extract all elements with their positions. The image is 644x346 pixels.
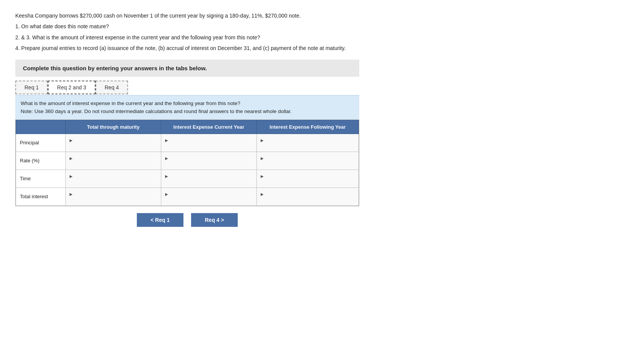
input-total-interest-current[interactable] bbox=[161, 188, 256, 205]
col-header-current-year: Interest Expense Current Year bbox=[161, 120, 256, 134]
question-1: 1. On what date does this note mature? bbox=[15, 22, 359, 31]
row-rate: Rate (%) bbox=[16, 152, 359, 170]
label-rate: Rate (%) bbox=[16, 152, 66, 170]
gray-instruction-box: Complete this question by entering your … bbox=[15, 60, 359, 77]
col-header-empty bbox=[16, 120, 66, 134]
nav-buttons-row: < Req 1 Req 4 > bbox=[15, 213, 359, 227]
row-principal: Principal bbox=[16, 134, 359, 152]
label-time: Time bbox=[16, 170, 66, 188]
label-total-interest: Total interest bbox=[16, 188, 66, 205]
question-23: 2. & 3. What is the amount of interest e… bbox=[15, 33, 359, 42]
col-header-total: Total through maturity bbox=[66, 120, 161, 134]
tab-req4[interactable]: Req 4 bbox=[96, 81, 128, 94]
intro-line1: Keesha Company borrows $270,000 cash on … bbox=[15, 11, 359, 20]
input-principal-current[interactable] bbox=[161, 134, 256, 152]
instructions-line1: What is the amount of interest expense i… bbox=[21, 99, 354, 108]
input-time-total[interactable] bbox=[66, 170, 161, 188]
col-header-following-year: Interest Expense Following Year bbox=[256, 120, 358, 134]
next-button[interactable]: Req 4 > bbox=[191, 213, 238, 227]
input-time-current[interactable] bbox=[161, 170, 256, 188]
tab-req2and3[interactable]: Req 2 and 3 bbox=[48, 81, 95, 94]
prev-button[interactable]: < Req 1 bbox=[137, 213, 183, 227]
data-table-wrapper: Total through maturity Interest Expense … bbox=[15, 120, 359, 206]
input-time-following[interactable] bbox=[256, 170, 358, 188]
input-rate-total[interactable] bbox=[66, 152, 161, 170]
input-rate-current[interactable] bbox=[161, 152, 256, 170]
interest-table: Total through maturity Interest Expense … bbox=[16, 120, 359, 206]
question-4: 4. Prepare journal entries to record (a)… bbox=[15, 44, 359, 52]
tabs-container: Req 1 Req 2 and 3 Req 4 bbox=[15, 81, 359, 94]
input-total-interest-total[interactable] bbox=[66, 188, 161, 205]
row-total-interest: Total interest bbox=[16, 188, 359, 205]
input-total-interest-following[interactable] bbox=[256, 188, 358, 205]
tab-req1[interactable]: Req 1 bbox=[15, 81, 48, 94]
instructions-line2: Note: Use 360 days a year. Do not round … bbox=[21, 107, 354, 116]
input-rate-following[interactable] bbox=[256, 152, 358, 170]
gray-box-text: Complete this question by entering your … bbox=[23, 65, 207, 71]
label-principal: Principal bbox=[16, 134, 66, 152]
intro-section: Keesha Company borrows $270,000 cash on … bbox=[15, 11, 359, 53]
input-principal-total[interactable] bbox=[66, 134, 161, 152]
row-time: Time bbox=[16, 170, 359, 188]
instructions-box: What is the amount of interest expense i… bbox=[15, 95, 359, 120]
input-principal-following[interactable] bbox=[256, 134, 358, 152]
